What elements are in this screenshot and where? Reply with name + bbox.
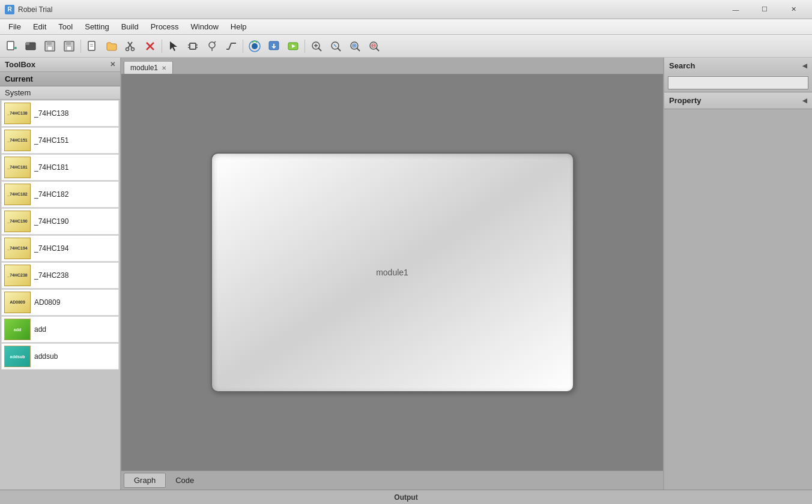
module-label: module1 [376, 268, 408, 277]
toolbox-item-74hc138[interactable]: _74HC138_74HC138 [1, 100, 119, 127]
tab-close-icon[interactable]: ✕ [162, 65, 166, 71]
toolbar-sep-3 [243, 40, 243, 53]
maximize-button[interactable]: ☐ [751, 2, 778, 17]
window-controls: — ☐ ✕ [722, 2, 807, 17]
menu-file[interactable]: File [2, 21, 27, 32]
run-button[interactable] [284, 38, 302, 55]
save-button[interactable] [41, 38, 59, 55]
toolbox-label-74hc138: _74HC138 [34, 109, 68, 118]
toolbox-label-74hc190: _74HC190 [34, 217, 68, 226]
toolbox-thumb-74hc190: _74HC190 [4, 211, 31, 232]
new-file-button[interactable] [2, 38, 20, 55]
search-section: Search ◀ [664, 58, 812, 92]
toolbar-sep-4 [304, 40, 305, 53]
search-input[interactable] [668, 76, 808, 89]
menu-setting[interactable]: Setting [79, 21, 115, 32]
menu-tool[interactable]: Tool [52, 21, 79, 32]
property-title: Property [669, 96, 701, 105]
tab-bar: module1 ✕ [121, 58, 663, 74]
toolbox-thumb-74hc138: _74HC138 [4, 103, 31, 124]
select-button[interactable] [165, 38, 183, 55]
minimize-button[interactable]: — [722, 2, 750, 17]
save-as-button[interactable]: ↓ [60, 38, 78, 55]
toolbox-thumb-add: add [4, 319, 31, 340]
svg-rect-7 [47, 46, 52, 50]
property-header: Property ◀ [664, 92, 812, 109]
toolbox-item-ad0809[interactable]: AD0809AD0809 [1, 289, 119, 316]
graph-tab[interactable]: Graph [124, 473, 166, 488]
property-expand-arrow[interactable]: ◀ [802, 97, 807, 104]
toolbox-item-74hc181[interactable]: _74HC181_74HC181 [1, 154, 119, 181]
zoom-in-button[interactable] [346, 38, 364, 55]
toolbox-item-add[interactable]: addadd [1, 316, 119, 343]
code-tab[interactable]: Code [166, 473, 204, 487]
menu-edit[interactable]: Edit [27, 21, 52, 32]
toolbox-item-74hc238[interactable]: _74HC238_74HC238 [1, 262, 119, 289]
search-header: Search ◀ [664, 58, 812, 74]
module-canvas: module1 [211, 152, 574, 392]
menu-process[interactable]: Process [145, 21, 185, 32]
toolbox-label-74hc181: _74HC181 [34, 163, 68, 172]
toolbox-label-add: add [34, 325, 46, 334]
component-button[interactable] [184, 38, 202, 55]
close-button[interactable]: ✕ [780, 2, 807, 17]
delete-button[interactable] [141, 38, 159, 55]
module1-tab[interactable]: module1 ✕ [124, 61, 173, 74]
wire-button[interactable] [222, 38, 240, 55]
probe-button[interactable] [203, 38, 221, 55]
toolbox-item-74hc182[interactable]: _74HC182_74HC182 [1, 181, 119, 208]
toolbox-thumb-74hc181: _74HC181 [4, 157, 31, 178]
svg-rect-9 [66, 41, 71, 45]
download-button[interactable] [265, 38, 283, 55]
open-button[interactable] [103, 38, 121, 55]
svg-point-17 [126, 47, 129, 50]
toolbox-thumb-addsub: addsub [4, 346, 31, 367]
toolbox-thumb-74hc151: _74HC151 [4, 130, 31, 151]
title-bar: R Robei Trial — ☐ ✕ [0, 0, 812, 19]
toolbox-close[interactable]: ✕ [110, 61, 115, 68]
app-icon: R [5, 5, 14, 14]
toolbox-item-74hc190[interactable]: _74HC190_74HC190 [1, 208, 119, 235]
svg-rect-10 [67, 46, 71, 50]
zoom-out-button[interactable] [365, 38, 383, 55]
simulate-button[interactable] [246, 38, 264, 55]
toolbox-title: ToolBox [5, 60, 35, 69]
toolbox-thumb-74hc238: _74HC238 [4, 265, 31, 286]
search-title: Search [669, 61, 695, 70]
output-bar: Output [0, 490, 812, 504]
property-section: Property ◀ [664, 92, 812, 490]
property-content [664, 109, 812, 490]
tab-label: module1 [130, 64, 158, 72]
bottom-tabs: Graph Code [121, 470, 663, 490]
search-input-area [664, 74, 812, 92]
toolbox-list: _74HC138_74HC138_74HC151_74HC151_74HC181… [0, 100, 120, 490]
new-doc-button[interactable] [83, 38, 102, 55]
menu-help[interactable]: Help [225, 21, 253, 32]
svg-line-28 [214, 41, 216, 43]
zoom-fit-button[interactable] [308, 38, 326, 55]
toolbox-label-74hc194: _74HC194 [34, 244, 68, 253]
search-expand-arrow[interactable]: ◀ [802, 62, 807, 69]
toolbox-item-74hc151[interactable]: _74HC151_74HC151 [1, 127, 119, 154]
toolbox-item-74hc194[interactable]: _74HC194_74HC194 [1, 235, 119, 262]
current-section: Current [0, 72, 120, 86]
svg-line-35 [319, 48, 322, 51]
toolbox-item-addsub[interactable]: addsubaddsub [1, 343, 119, 370]
toolbox-thumb-ad0809: AD0809 [4, 292, 31, 313]
toolbox-label-74hc182: _74HC182 [34, 190, 68, 199]
svg-rect-4 [26, 43, 29, 45]
toolbox-label-74hc238: _74HC238 [34, 271, 68, 280]
open-dark-button[interactable] [22, 38, 40, 55]
search-comp-button[interactable] [327, 38, 345, 55]
menu-window[interactable]: Window [185, 21, 225, 32]
toolbar-sep-2 [162, 40, 162, 53]
svg-rect-21 [190, 43, 196, 49]
toolbar-sep-1 [80, 40, 81, 53]
svg-point-18 [132, 47, 135, 50]
menu-build[interactable]: Build [115, 21, 145, 32]
output-label: Output [5, 493, 807, 502]
menu-bar: File Edit Tool Setting Build Process Win… [0, 19, 812, 35]
canvas-container[interactable]: module1 [121, 74, 663, 470]
toolbar: ↓ [0, 35, 812, 58]
cut-button[interactable] [122, 38, 140, 55]
